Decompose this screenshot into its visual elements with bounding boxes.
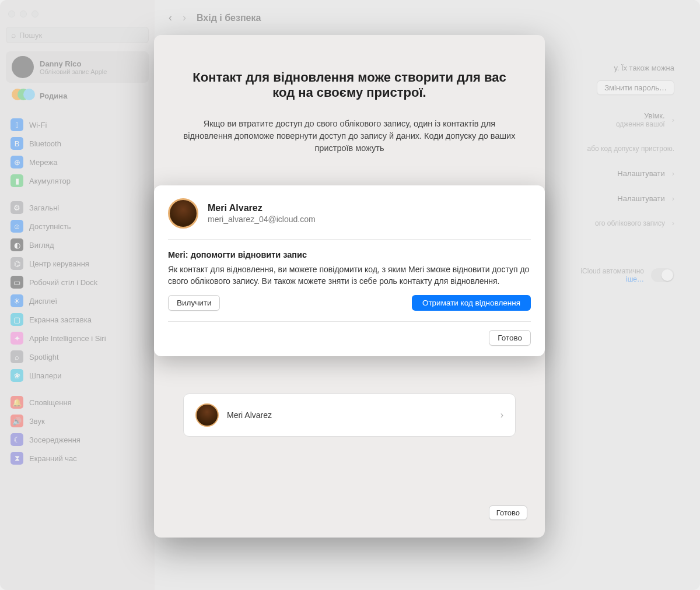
family-avatar-icon (12, 89, 34, 103)
доступність-icon: ☺ (10, 220, 23, 233)
sidebar-item-дисплеї[interactable]: ☀Дисплеї (6, 292, 149, 310)
icloud-hint: iCloud автоматично (580, 267, 644, 275)
get-recovery-code-button[interactable]: Отримати код відновлення (412, 295, 531, 311)
зосередження-icon: ☾ (10, 433, 23, 446)
zoom-icon[interactable] (32, 10, 38, 17)
search-icon: ⌕ (11, 30, 16, 40)
sidebar-item-spotlight[interactable]: ⌕Spotlight (6, 347, 149, 366)
вигляд-icon: ◐ (10, 238, 23, 251)
contact-avatar-icon (168, 198, 198, 229)
sidebar-item-label: Вигляд (29, 241, 54, 250)
modal-subtitle: Meri: допомогти відновити запис (168, 250, 531, 259)
sidebar-item-мережа[interactable]: ⊕Мережа (6, 153, 149, 171)
sidebar-item-загальні[interactable]: ⚙Загальні (6, 198, 149, 217)
more-link[interactable]: іше… (626, 275, 644, 283)
sidebar-item-центр-керування[interactable]: ⌬Центр керування (6, 254, 149, 273)
sidebar-item-екранна-заставка[interactable]: ▢Екранна заставка (6, 310, 149, 329)
sidebar-item-label: Загальні (29, 203, 59, 212)
sidebar-item-label: Мережа (29, 158, 57, 167)
close-icon[interactable] (8, 10, 15, 17)
sidebar-item-вигляд[interactable]: ◐Вигляд (6, 236, 149, 254)
sidebar-item-label: Доступність (29, 222, 71, 231)
passcode-hint: або код допуску пристрою. (587, 145, 675, 153)
sidebar-item-label: Сповіщення (29, 398, 72, 407)
екранний-час-icon: ⧗ (10, 452, 23, 465)
sidebar-item-доступність[interactable]: ☺Доступність (6, 217, 149, 236)
search-placeholder: Пошук (19, 31, 42, 40)
contact-detail-modal: Meri Alvarez meri_alvarez_04@icloud.com … (154, 185, 545, 356)
modal-body-text: Як контакт для відновлення, ви можете по… (168, 264, 531, 287)
sidebar-item-label: Bluetooth (29, 139, 61, 148)
загальні-icon: ⚙ (10, 201, 23, 214)
робочий-стіл-і-dock-icon: ▭ (10, 276, 23, 289)
sheet-description: Якщо ви втратите доступ до свого обліков… (183, 118, 516, 154)
sidebar-item-робочий-стіл-і-dock[interactable]: ▭Робочий стіл і Dock (6, 273, 149, 292)
chevron-right-icon: › (672, 219, 674, 227)
sidebar-item-label: Зосередження (29, 436, 80, 444)
recovery-contact-row[interactable]: Meri Alvarez › (183, 394, 516, 437)
sheet-done-button[interactable]: Готово (489, 505, 527, 520)
configure-label: Налаштувати (617, 169, 664, 178)
family-label: Родина (40, 92, 67, 100)
sidebar-item-акумулятор[interactable]: ▮Акумулятор (6, 171, 149, 190)
акумулятор-icon: ▮ (10, 174, 23, 187)
sidebar-item-label: Apple Intelligence і Siri (29, 334, 106, 343)
forward-button: › (183, 12, 186, 24)
modal-done-button[interactable]: Готово (489, 330, 531, 346)
change-password-button[interactable]: Змінити пароль… (597, 80, 674, 95)
spotlight-icon: ⌕ (10, 350, 23, 363)
wi-fi-icon: 􀙇 (10, 118, 23, 131)
шпалери-icon: ❀ (10, 369, 23, 382)
on-sub: одження вашої (616, 120, 665, 128)
window-controls (6, 5, 149, 27)
configure-label: Налаштувати (617, 194, 664, 203)
bluetooth-icon: B (10, 137, 23, 150)
apple-intelligence-і-siri-icon: ✦ (10, 332, 23, 345)
sidebar-item-label: Робочий стіл і Dock (29, 278, 97, 287)
page-title: Вхід і безпека (197, 13, 261, 23)
дисплеї-icon: ☀ (10, 294, 23, 307)
chevron-right-icon: › (672, 194, 674, 203)
sidebar-item-bluetooth[interactable]: BBluetooth (6, 134, 149, 153)
remove-button[interactable]: Вилучити (168, 295, 220, 311)
sidebar-item-зосередження[interactable]: ☾Зосередження (6, 430, 149, 449)
minimize-icon[interactable] (20, 10, 27, 17)
центр-керування-icon: ⌬ (10, 257, 23, 270)
sidebar-item-екранний-час[interactable]: ⧗Екранний час (6, 449, 149, 468)
contact-name: Meri Alvarez (227, 410, 492, 420)
modal-contact-name: Meri Alvarez (208, 203, 316, 213)
sidebar-item-account[interactable]: Danny Rico Обліковий запис Apple (6, 51, 149, 83)
avatar (12, 56, 34, 78)
chevron-right-icon: › (672, 169, 674, 178)
sidebar-item-label: Wi-Fi (29, 121, 47, 129)
sidebar: ⌕ Пошук Danny Rico Обліковий запис Apple… (0, 0, 155, 590)
chevron-right-icon: › (672, 115, 674, 124)
modal-contact-email: meri_alvarez_04@icloud.com (208, 215, 316, 224)
account-subtitle: Обліковий запис Apple (40, 68, 107, 75)
account-hint: ого облікового запису (595, 219, 665, 227)
icloud-toggle[interactable] (651, 268, 674, 282)
sidebar-item-label: Шпалери (29, 371, 62, 380)
account-name: Danny Rico (40, 59, 107, 68)
sidebar-item-label: Центр керування (29, 259, 89, 268)
звук-icon: 🔊 (10, 415, 23, 427)
мережа-icon: ⊕ (10, 156, 23, 168)
contact-avatar-icon (195, 403, 219, 427)
sidebar-item-wi-fi[interactable]: 􀙇Wi-Fi (6, 115, 149, 134)
sidebar-item-label: Звук (29, 417, 45, 426)
sheet-title: Контакт для відновлення може створити дл… (183, 70, 516, 100)
search-input[interactable]: ⌕ Пошук (6, 27, 149, 43)
sidebar-item-звук[interactable]: 🔊Звук (6, 412, 149, 430)
сповіщення-icon: 🔔 (10, 396, 23, 409)
sidebar-item-сповіщення[interactable]: 🔔Сповіщення (6, 393, 149, 412)
sidebar-item-label: Екранний час (29, 454, 77, 463)
sidebar-item-family[interactable]: Родина (6, 84, 149, 107)
sidebar-item-apple-intelligence-і-siri[interactable]: ✦Apple Intelligence і Siri (6, 329, 149, 347)
sidebar-item-label: Spotlight (29, 353, 59, 361)
chevron-right-icon: › (501, 410, 503, 420)
back-button[interactable]: ‹ (169, 12, 172, 24)
sidebar-item-label: Дисплеї (29, 297, 57, 305)
on-label: Увімк. (616, 111, 665, 120)
sidebar-item-label: Акумулятор (29, 177, 71, 185)
sidebar-item-шпалери[interactable]: ❀Шпалери (6, 366, 149, 385)
